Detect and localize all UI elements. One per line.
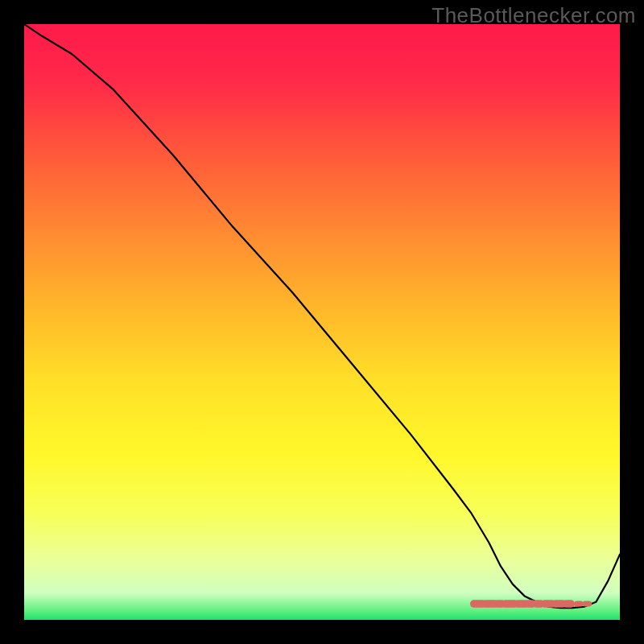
plot-area xyxy=(24,24,620,620)
curve-line xyxy=(24,24,620,608)
chart-lines xyxy=(24,24,620,620)
watermark-text: TheBottlenecker.com xyxy=(431,3,636,28)
chart-frame: TheBottlenecker.com xyxy=(0,0,644,644)
